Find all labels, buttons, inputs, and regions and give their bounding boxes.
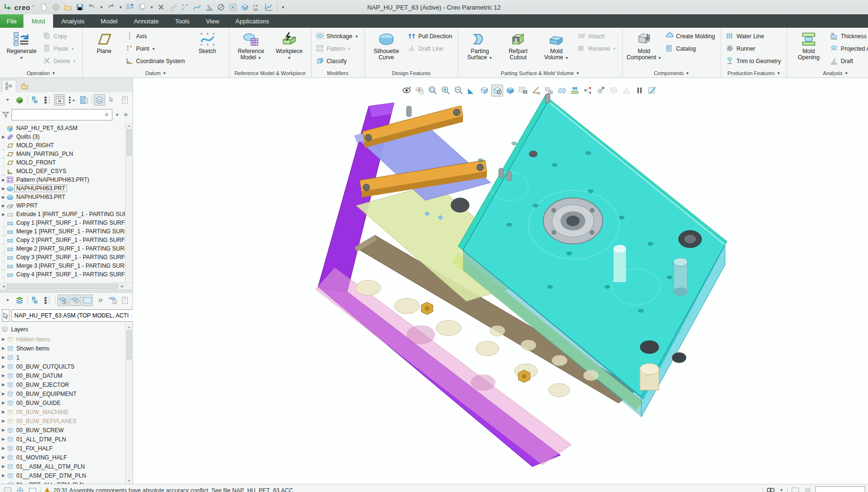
model-tree-hscrollbar[interactable]: ◀ ▶	[0, 283, 132, 290]
ribbon-group-label[interactable]: Operation▼	[0, 69, 82, 77]
draft-line-button[interactable]: Draft Line	[406, 43, 455, 55]
tree-search-box[interactable]: ✕	[11, 109, 112, 120]
tab-tools[interactable]: Tools	[167, 14, 198, 28]
regenerate-button[interactable]: Regenerate▼	[3, 29, 40, 62]
active-model-icon[interactable]	[14, 94, 26, 106]
angle-icon[interactable]	[204, 2, 214, 12]
scroll-right-icon[interactable]: ▶	[119, 283, 126, 290]
tree-collapse-icon[interactable]	[2, 94, 13, 106]
pause-icon[interactable]	[633, 85, 645, 97]
layer-item[interactable]: ▶ 01_ALL_DTM_PLN	[0, 435, 125, 444]
mold-component-button[interactable]: MoldComponent ▼	[626, 29, 663, 62]
tree-item[interactable]: MOLD_RIGHT	[0, 141, 125, 150]
layer-item[interactable]: ▶ 00_BUW_MACHINE	[0, 407, 125, 416]
layer-item[interactable]: ▶ 01__PRT_ALL_DTM_PLN	[0, 480, 125, 484]
expand-icon[interactable]: ▶	[0, 178, 7, 182]
rename-button[interactable]: Rename▼	[576, 43, 619, 55]
measure-icon[interactable]	[168, 2, 178, 12]
silhouette-curve-button[interactable]: SilhouetteCurve	[368, 29, 405, 62]
undo-dropdown-icon[interactable]: ▼	[99, 5, 104, 10]
ribbon-group-label[interactable]: Components▼	[623, 69, 721, 77]
ribbon-group-label[interactable]: Datum▼	[83, 69, 229, 77]
layer-item[interactable]: ▶ 01__ASM_ALL_DTM_PLN	[0, 462, 125, 471]
find-icon[interactable]	[766, 487, 776, 492]
expand-icon[interactable]: ▶	[0, 346, 7, 350]
tree-item[interactable]: ▶Pattern (NAPHUPHI63.PRT)	[0, 175, 125, 184]
visibility-eye-icon[interactable]	[401, 85, 413, 97]
expand-icon[interactable]: ▶	[0, 419, 7, 423]
layer-collapse-icon[interactable]	[2, 295, 13, 306]
drag-components-icon[interactable]	[594, 85, 606, 97]
tree-item[interactable]: Copy 1 [PART_SURF_1 - PARTING SURFACE	[0, 219, 125, 227]
runner-button[interactable]: Runner	[724, 43, 784, 55]
tree-item[interactable]: Copy 4 [PART_SURF_1 - PARTING SURFACE	[0, 270, 125, 279]
ribbon-group-label[interactable]: Analysis▼	[787, 69, 868, 77]
tab-model[interactable]: Model	[93, 14, 126, 28]
browser-icon[interactable]	[15, 487, 25, 492]
layer-item[interactable]: ▶ 00_BUW_REFPLANES	[0, 416, 125, 426]
explode-icon[interactable]	[582, 85, 593, 97]
catalog-button[interactable]: Catalog	[664, 43, 718, 55]
layer-list-icon[interactable]	[107, 295, 119, 306]
add-filter-button[interactable]: ＋	[122, 110, 130, 120]
expand-icon[interactable]: ▶	[0, 195, 7, 199]
layer-tree-scrollbar[interactable]: ▲ ▼	[125, 323, 132, 484]
find-dropdown-icon[interactable]: ▼	[779, 488, 784, 492]
tree-item[interactable]: ▶NAPHUPHI63.PRT	[0, 193, 125, 201]
pull-direction-icon[interactable]	[569, 85, 581, 97]
save-icon[interactable]	[75, 2, 85, 12]
expand-icon[interactable]: ▶	[0, 473, 7, 478]
layer-item[interactable]: ▶ Shown Items	[0, 344, 125, 353]
plane-button[interactable]: Plane	[86, 29, 123, 55]
display-toggle-icon[interactable]	[3, 487, 12, 492]
accuracy-icon[interactable]	[620, 85, 632, 97]
layer-item[interactable]: ▶ 00_BUW_DATUM	[0, 371, 125, 380]
redo-icon[interactable]	[106, 2, 116, 12]
search-options-dropdown[interactable]: ▼	[114, 113, 120, 117]
expand-icon[interactable]: ▶	[0, 401, 7, 405]
layer-item[interactable]: ▶ 01_MOVING_HALF	[0, 453, 125, 462]
annotation-display-icon[interactable]	[543, 85, 555, 97]
point-button[interactable]: Point▼	[124, 43, 188, 55]
layer-item[interactable]: ▶ 01__ASM_DEF_DTM_PLN	[0, 471, 125, 480]
tree-settings-icon[interactable]	[119, 94, 131, 106]
expand-icon[interactable]: ▶	[0, 464, 7, 469]
parting-surface-button[interactable]: PartingSurface ▼	[461, 29, 498, 62]
expand-icon[interactable]: ▶	[0, 355, 7, 360]
windows-icon[interactable]	[137, 2, 147, 12]
layer-display-icon[interactable]	[94, 94, 105, 106]
expand-icon[interactable]: ▶	[0, 212, 7, 217]
tree-columns-icon[interactable]	[78, 94, 90, 106]
find-in-tree-icon[interactable]	[106, 94, 118, 106]
tree-item[interactable]: ▶Extrude 1 [PART_SURF_1 - PARTING SURFA	[0, 210, 125, 219]
mold-volume-button[interactable]: MoldVolume ▼	[538, 29, 575, 62]
new-file-icon[interactable]	[39, 2, 49, 12]
refpart-cutout-button[interactable]: RefpartCutout	[499, 29, 537, 62]
sort-xyz-icon[interactable]: z·axyz	[252, 2, 262, 12]
notification-icon[interactable]	[28, 487, 37, 492]
tab-annotate[interactable]: Annotate	[126, 14, 167, 28]
tab-view[interactable]: View	[198, 14, 227, 28]
layer-item[interactable]: ▶ Hidden Items	[0, 335, 125, 344]
datum-display-icon[interactable]: xy	[530, 85, 542, 97]
redo-dropdown-icon[interactable]: ▼	[118, 5, 123, 10]
thickness-button[interactable]: 3DThickness	[828, 30, 868, 43]
tree-item[interactable]: Merge 1 [PART_SURF_1 - PARTING SURFAC	[0, 227, 125, 236]
copy-button[interactable]: Copy	[41, 30, 79, 43]
layers-icon[interactable]	[14, 295, 26, 306]
select-box-icon[interactable]	[791, 487, 800, 492]
zoom-region-icon[interactable]	[427, 85, 439, 97]
ribbon-group-label[interactable]: Parting Surface & Mold Volume▼	[458, 69, 622, 77]
regenerate-list-icon[interactable]	[125, 2, 135, 12]
layer-item[interactable]: ▶ 00_BUW_CUTQUILTS	[0, 362, 125, 371]
classify-button[interactable]: Classify	[314, 55, 362, 67]
volume-display-icon[interactable]	[556, 85, 568, 97]
component-interface-icon[interactable]	[607, 85, 619, 97]
qat-customize-dropdown[interactable]: ▼	[280, 5, 286, 10]
sketch-button[interactable]: Sketch	[189, 29, 226, 55]
view-box-icon[interactable]	[240, 2, 250, 12]
expand-icon[interactable]: ▶	[0, 392, 7, 396]
layer-item[interactable]: ▶ 00_BUW_EQUIPMENT	[0, 389, 125, 398]
tab-analysis[interactable]: Analysis	[53, 14, 92, 28]
ribbon-group-label[interactable]: Production Features▼	[721, 69, 787, 77]
